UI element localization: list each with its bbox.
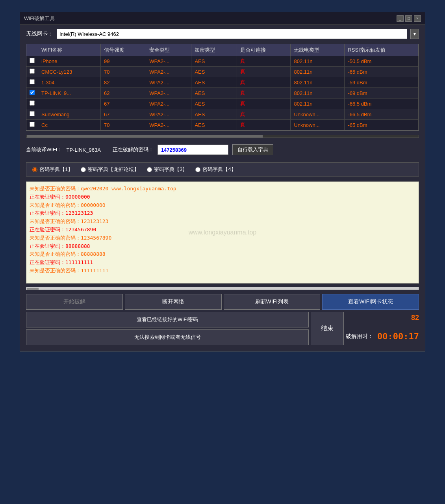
row-signal-5: 67 — [101, 109, 146, 120]
log-line-6: 未知是否正确的密码：1234567890 — [30, 234, 415, 242]
nic-dropdown-button[interactable]: ▼ — [410, 29, 419, 39]
disconnect-button[interactable]: 断开网络 — [125, 294, 222, 310]
wifi-table: WIFI名称 信号强度 安全类型 加密类型 是否可连接 无线电类型 RSSI指示… — [26, 44, 419, 130]
row-security-3: WPA2-... — [146, 88, 191, 99]
dict-radio-label-2: 密码字典【龙虾论坛】 — [88, 166, 139, 173]
wifi-list: iPhone 99 WPA2-... AES 真 802.11n -50.5 d… — [26, 56, 419, 130]
row-checkbox-1[interactable] — [30, 69, 35, 74]
table-header-row: WIFI名称 信号强度 安全类型 加密类型 是否可连接 无线电类型 RSSI指示… — [26, 44, 419, 56]
cracking-label: 正在破解的密码： — [113, 146, 154, 153]
current-wifi-value: TP-LINK_963A — [66, 147, 100, 153]
dict-radio-input-2[interactable] — [81, 167, 86, 172]
row-connectable-4: 真 — [237, 99, 291, 109]
row-checkbox-2[interactable] — [30, 79, 35, 84]
row-radiotype-0: 802.11n — [291, 56, 345, 67]
row-signal-1: 70 — [101, 67, 146, 77]
table-row: iPhone 99 WPA2-... AES 真 802.11n -50.5 d… — [26, 56, 419, 67]
maximize-button[interactable]: □ — [405, 15, 412, 22]
row-checkbox-cell[interactable] — [26, 99, 38, 109]
dict-radio-2[interactable]: 密码字典【龙虾论坛】 — [81, 166, 139, 173]
minimize-button[interactable]: _ — [397, 15, 404, 22]
dict-radio-1[interactable]: 密码字典【1】 — [32, 166, 73, 173]
row-checkbox-6[interactable] — [30, 122, 35, 127]
close-button[interactable]: × — [414, 15, 421, 22]
row-signal-2: 82 — [101, 77, 146, 88]
row-checkbox-cell[interactable] — [26, 67, 38, 77]
log-area: www.longxiayuanma.top 未知是否正确的密码：qwe20202… — [26, 181, 419, 284]
table-row: Sunweibang 67 WPA2-... AES 真 Unknown... … — [26, 109, 419, 120]
row-encryption-3: AES — [191, 88, 237, 99]
main-content: 无线网卡： ▼ WIFI名称 信号强度 安全类型 加密类型 是否可连接 无线电类… — [20, 25, 425, 351]
row-checkbox-4[interactable] — [30, 100, 35, 106]
view-saved-button[interactable]: 查看已经链接好的WiFi密码 — [26, 312, 309, 327]
timer-label: 破解用时： — [346, 333, 373, 340]
dict-radio-input-3[interactable] — [147, 167, 152, 172]
log-line-10: 未知是否正确的密码：111111111 — [30, 267, 415, 275]
current-wifi-label: 当前破译WIFI： — [26, 146, 62, 153]
row-connectable-6: 真 — [237, 120, 291, 130]
row-connectable-5: 真 — [237, 109, 291, 120]
row-checkbox-cell[interactable] — [26, 109, 38, 120]
main-window: WiFi破解工具 _ □ × 无线网卡： ▼ WIFI名称 信号强度 安全类型 — [20, 12, 425, 351]
row-rssi-5: -66.5 dBm — [345, 109, 419, 120]
row-security-5: WPA2-... — [146, 109, 191, 120]
row-checkbox-3[interactable] — [30, 90, 35, 95]
row-encryption-2: AES — [191, 77, 237, 88]
title-bar: WiFi破解工具 _ □ × — [20, 12, 425, 25]
log-line-1: 正在验证密码：00000000 — [30, 193, 415, 201]
row-checkbox-cell[interactable] — [26, 120, 38, 130]
status-row: 当前破译WIFI： TP-LINK_963A 正在破解的密码： 自行载入字典 — [26, 142, 419, 158]
table-row: Cc 70 WPA2-... AES 真 Unknown... -65 dBm — [26, 120, 419, 130]
row-name-0: iPhone — [38, 56, 101, 67]
col-encryption: 加密类型 — [191, 44, 237, 56]
refresh-list-button[interactable]: 刷新WIFI列表 — [224, 294, 321, 310]
row-security-0: WPA2-... — [146, 56, 191, 67]
dict-radio-row: 密码字典【1】 密码字典【龙虾论坛】 密码字典【3】 密码字典【4】 — [26, 162, 419, 177]
dict-radio-3[interactable]: 密码字典【3】 — [147, 166, 187, 173]
row-checkbox-cell[interactable] — [26, 77, 38, 88]
log-line-8: 未知是否正确的密码：88888888 — [30, 250, 415, 259]
dict-radio-label-1: 密码字典【1】 — [39, 166, 73, 173]
row-connectable-1: 真 — [237, 67, 291, 77]
row-checkbox-0[interactable] — [30, 58, 35, 63]
log-line-5: 正在验证密码：1234567890 — [30, 226, 415, 234]
dict-radio-input-1[interactable] — [32, 167, 37, 172]
wifi-table-container: WIFI名称 信号强度 安全类型 加密类型 是否可连接 无线电类型 RSSI指示… — [26, 44, 419, 131]
row-radiotype-3: 802.11n — [291, 88, 345, 99]
row-signal-4: 67 — [101, 99, 146, 109]
row-encryption-0: AES — [191, 56, 237, 67]
log-hscroll-thumb — [27, 288, 39, 290]
row-rssi-2: -59 dBm — [345, 77, 419, 88]
no-card-button[interactable]: 无法搜索到网卡或者无线信号 — [26, 329, 309, 345]
col-security: 安全类型 — [146, 44, 191, 56]
start-crack-button[interactable]: 开始破解 — [26, 294, 123, 310]
row-name-1: CMCC-Ly123 — [38, 67, 101, 77]
dict-radio-4[interactable]: 密码字典【4】 — [195, 166, 236, 173]
action-buttons-row: 开始破解 断开网络 刷新WIFI列表 查看WIFI网卡状态 — [26, 294, 419, 310]
nic-input[interactable] — [57, 29, 407, 39]
row-radiotype-6: Unknown... — [291, 120, 345, 130]
row-checkbox-cell[interactable] — [26, 88, 38, 99]
end-button[interactable]: 结束 — [311, 312, 344, 345]
row-checkbox-5[interactable] — [30, 111, 35, 116]
table-hscrollbar[interactable] — [26, 135, 419, 138]
row-name-6: Cc — [38, 120, 101, 130]
row-name-5: Sunweibang — [38, 109, 101, 120]
row-radiotype-5: Unknown... — [291, 109, 345, 120]
view-card-status-button[interactable]: 查看WIFI网卡状态 — [322, 294, 419, 310]
cracking-password-input[interactable] — [158, 145, 228, 155]
row-checkbox-cell[interactable] — [26, 56, 38, 67]
row-name-2: 1-304 — [38, 77, 101, 88]
col-connectable: 是否可连接 — [237, 44, 291, 56]
nic-label: 无线网卡： — [26, 30, 54, 37]
nic-row: 无线网卡： ▼ — [26, 29, 419, 39]
timer-section: 82 破解用时： 00:00:17 — [346, 312, 419, 345]
log-hscrollbar[interactable] — [26, 287, 419, 290]
timer-value: 00:00:17 — [377, 331, 419, 341]
col-checkbox — [26, 44, 38, 56]
table-row: CMCC-Ly123 70 WPA2-... AES 真 802.11n -65… — [26, 67, 419, 77]
dict-radio-input-4[interactable] — [195, 167, 200, 172]
scrollbar-thumb — [27, 135, 263, 138]
load-dict-button[interactable]: 自行载入字典 — [232, 144, 273, 155]
row-radiotype-2: 802.11n — [291, 77, 345, 88]
